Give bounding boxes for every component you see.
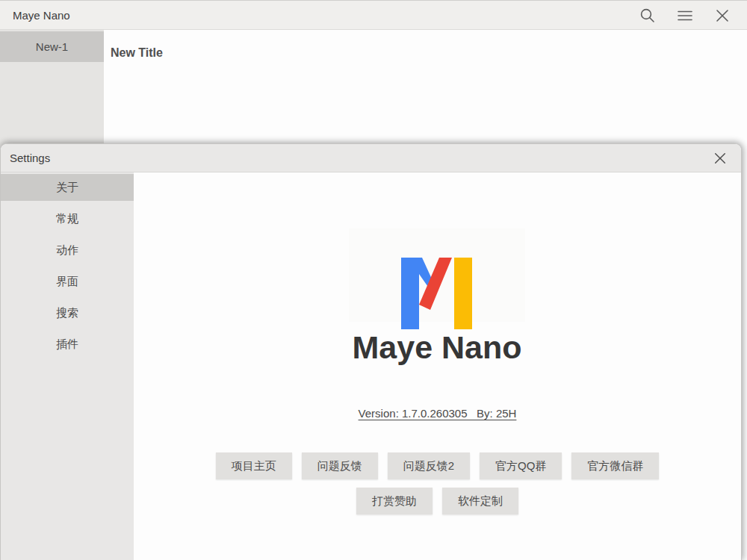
donate-button[interactable]: 打赏赞助 bbox=[356, 488, 433, 514]
main-titlebar: Maye Nano bbox=[0, 0, 747, 30]
official-qq-group-button[interactable]: 官方QQ群 bbox=[480, 452, 562, 479]
settings-close-button[interactable] bbox=[704, 144, 737, 172]
settings-body: 关于 常规 动作 界面 搜索 插件 bbox=[1, 172, 741, 560]
search-button[interactable] bbox=[629, 1, 666, 31]
settings-nav-label: 搜索 bbox=[56, 306, 78, 320]
settings-nav-label: 界面 bbox=[56, 275, 78, 289]
settings-about-panel: Maye Nano Version: 1.7.0.260305 By: 25H … bbox=[134, 172, 741, 560]
titlebar-icons bbox=[629, 1, 741, 31]
close-icon bbox=[715, 8, 730, 23]
version-row: Version: 1.7.0.260305 By: 25H bbox=[134, 407, 741, 420]
settings-nav-search[interactable]: 搜索 bbox=[1, 299, 134, 326]
settings-nav-general[interactable]: 常规 bbox=[1, 205, 134, 232]
settings-dialog: Settings 关于 常规 动作 界面 搜索 bbox=[0, 143, 742, 560]
settings-nav-label: 插件 bbox=[56, 337, 78, 352]
feedback-button[interactable]: 问题反馈 bbox=[302, 452, 378, 479]
settings-nav-about[interactable]: 关于 bbox=[1, 174, 134, 201]
settings-titlebar: Settings bbox=[1, 144, 741, 172]
note-list-sidebar: New-1 bbox=[0, 30, 104, 153]
settings-nav-label: 常规 bbox=[56, 212, 78, 226]
settings-nav-label: 关于 bbox=[56, 181, 78, 195]
close-icon bbox=[713, 152, 727, 165]
settings-nav-interface[interactable]: 界面 bbox=[1, 268, 134, 295]
app-title: Maye Nano bbox=[13, 9, 70, 22]
maye-nano-logo-icon bbox=[400, 255, 474, 330]
note-tab-label: New-1 bbox=[36, 40, 68, 53]
logo-wordmark: Maye Nano bbox=[288, 329, 586, 366]
feedback2-button[interactable]: 问题反馈2 bbox=[388, 452, 470, 479]
note-tab-new-1[interactable]: New-1 bbox=[0, 31, 104, 62]
settings-nav-label: 动作 bbox=[56, 243, 78, 258]
logo-m-yellow-shape bbox=[454, 258, 472, 329]
settings-sidebar: 关于 常规 动作 界面 搜索 插件 bbox=[1, 172, 134, 560]
settings-dialog-title: Settings bbox=[10, 152, 50, 164]
settings-nav-plugins[interactable]: 插件 bbox=[1, 331, 134, 358]
project-home-button[interactable]: 项目主页 bbox=[216, 452, 292, 479]
settings-nav-actions[interactable]: 动作 bbox=[1, 237, 134, 264]
hamburger-menu-icon bbox=[677, 7, 693, 24]
official-wechat-group-button[interactable]: 官方微信群 bbox=[571, 452, 659, 479]
menu-button[interactable] bbox=[666, 1, 704, 31]
search-icon bbox=[639, 7, 656, 24]
about-links-row1: 项目主页 问题反馈 问题反馈2 官方QQ群 官方微信群 bbox=[134, 452, 741, 479]
about-links-row2: 打赏赞助 软件定制 bbox=[134, 488, 741, 514]
close-window-button[interactable] bbox=[704, 1, 741, 31]
version-link[interactable]: Version: 1.7.0.260305 By: 25H bbox=[359, 407, 517, 420]
note-content-title[interactable]: New Title bbox=[111, 46, 163, 60]
custom-software-button[interactable]: 软件定制 bbox=[442, 488, 518, 514]
